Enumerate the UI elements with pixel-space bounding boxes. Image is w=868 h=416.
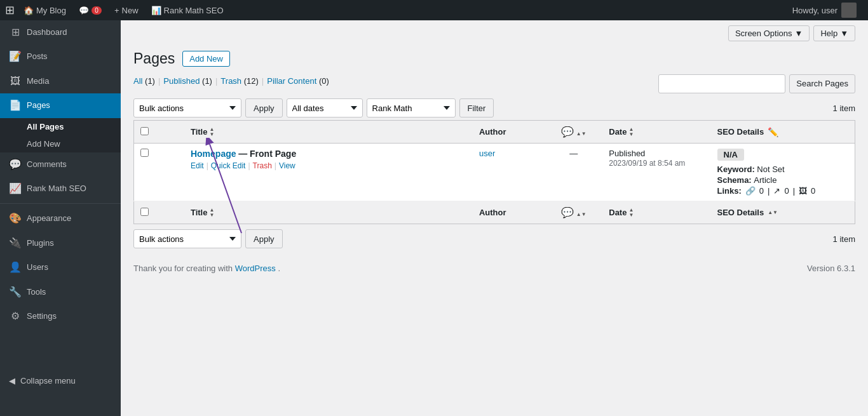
bulk-actions-select-bottom[interactable]: Bulk actions [133,229,241,248]
screen-options-button[interactable]: Screen Options ▼ [728,25,810,41]
footer-version: Version 6.3.1 [807,264,855,273]
page-title-suffix: — Front Page [238,149,296,159]
apply-button-top[interactable]: Apply [245,98,283,117]
seo-sort-link-footer[interactable]: SEO Details [717,208,764,217]
quick-edit-link[interactable]: Quick Edit [211,161,246,170]
plugins-icon: 🔌 [9,236,22,250]
edit-link[interactable]: Edit [191,161,204,170]
seo-keyword-value: Not Set [757,164,784,174]
users-icon: 👤 [9,260,22,274]
filter-all-link[interactable]: All (1) [133,76,155,86]
sidebar-item-media[interactable]: 🖼 Media [0,69,121,93]
comments-dash: — [569,149,578,158]
select-all-checkbox[interactable] [140,127,149,135]
external-link-count: 0 [784,186,789,196]
wp-logo-icon[interactable]: ⊞ [5,3,15,17]
sidebar-item-rankmath[interactable]: 📈 Rank Math SEO [0,177,121,201]
apply-button-bottom[interactable]: Apply [245,229,283,248]
col-author-header: Author [473,121,545,144]
title-sort-arrows-footer: ▲▼ [209,208,214,218]
rankmath-seo-icon: 📈 [9,182,22,196]
bulk-actions-select-top[interactable]: Bulk actions [133,98,241,117]
adminbar-new[interactable]: + New [108,0,145,20]
seo-sort-link[interactable]: SEO Details [717,127,764,137]
adminbar-comments[interactable]: 💬 0 [72,0,108,20]
seo-sort-arrows-footer: ▲▼ [768,210,778,215]
comments-sort-arrows-footer: ▲▼ [576,212,587,217]
help-button[interactable]: Help ▼ [813,25,855,41]
search-pages-button[interactable]: Search Pages [789,74,855,93]
filter-pillar-link[interactable]: Pillar Content (0) [267,76,329,86]
page-title-link[interactable]: Homepage [191,149,236,159]
dates-select[interactable]: All dates [287,98,363,117]
table-header-row: Title ▲▼ Author 💬 ▲▼ Date ▲▼ [134,121,855,144]
wordpress-link[interactable]: WordPress [235,264,276,273]
sidebar-item-settings[interactable]: ⚙ Settings [0,304,121,328]
dashboard-icon: ⊞ [9,25,22,39]
seo-keyword-row: Keyword: Not Set [717,164,849,174]
trash-link[interactable]: Trash [253,161,272,170]
filter-trash-link[interactable]: Trash (12) [220,76,258,86]
sidebar-item-comments[interactable]: 💬 Comments [0,152,121,177]
view-link[interactable]: View [279,161,295,170]
add-new-button[interactable]: Add New [182,51,230,67]
title-sort-link[interactable]: Title ▲▼ [191,127,214,137]
seo-schema-value: Article [754,175,776,185]
pages-submenu: All Pages Add New [0,118,121,152]
seo-header-area: SEO Details ✏️ [717,127,849,137]
sidebar-item-users[interactable]: 👤 Users [0,255,121,279]
row-checkbox-cell [134,144,184,201]
seo-edit-icon[interactable]: ✏️ [768,127,778,137]
date-value: 2023/09/19 at 8:54 am [609,159,685,168]
image-link-count: 0 [811,186,815,196]
adminbar-user[interactable]: Howdy, user [786,3,863,18]
pages-icon: 📄 [9,98,22,112]
footer-credit: Thank you for creating with WordPress . [133,264,280,273]
tablenav-bottom: Bulk actions Apply 1 item [133,224,855,251]
all-count: (1) [145,76,155,86]
date-sort-arrows-footer: ▲▼ [628,208,634,218]
adminbar-rankmath[interactable]: 📊 Rank Math SEO [145,0,230,20]
date-sort-link[interactable]: Date ▲▼ [609,127,634,137]
submenu-add-new[interactable]: Add New [0,135,121,152]
col-checkbox [134,121,184,144]
adminbar-myblog[interactable]: 🏠 My Blog [17,0,72,20]
sidebar-item-pages[interactable]: 📄 Pages [0,93,121,117]
date-sort-link-footer[interactable]: Date ▲▼ [609,208,634,218]
home-icon: 🏠 [24,6,34,15]
sidebar-item-appearance[interactable]: 🎨 Appearance [0,206,121,231]
row-date-cell: Published 2023/09/19 at 8:54 am [602,144,710,201]
collapse-menu-button[interactable]: ◀ Collapse menu [0,371,121,391]
row-checkbox[interactable] [140,149,149,157]
foot-comments-col: 💬 ▲▼ [545,201,602,224]
tablenav-top-right: 1 item [833,104,855,113]
row-comments-cell: — [545,144,602,201]
sidebar-item-plugins[interactable]: 🔌 Plugins [0,231,121,255]
pages-table: Title ▲▼ Author 💬 ▲▼ Date ▲▼ [133,120,855,224]
comments-icon: 💬 [9,158,22,171]
foot-date-col: Date ▲▼ [602,201,710,224]
internal-link-count: 0 [759,186,764,196]
submenu-all-pages[interactable]: All Pages [0,118,121,135]
admin-bar: ⊞ 🏠 My Blog 💬 0 + New 📊 Rank Math SEO Ho… [0,0,868,20]
filter-links: All (1) | Published (1) | Trash (12) | P… [133,74,329,93]
filter-button[interactable]: Filter [459,98,494,117]
sidebar-item-posts[interactable]: 📝 Posts [0,44,121,69]
search-input[interactable] [658,74,785,93]
page-title: Pages [133,50,175,67]
seo-score-badge: N/A [717,149,744,161]
sidebar-item-tools[interactable]: 🔧 Tools [0,280,121,304]
author-link[interactable]: user [479,149,495,158]
seo-footer-header: SEO Details ▲▼ [717,208,849,217]
title-sort-link-footer[interactable]: Title ▲▼ [191,208,214,218]
appearance-icon: 🎨 [9,211,22,225]
foot-author-col: Author [473,201,545,224]
sidebar-item-dashboard[interactable]: ⊞ Dashboard [0,20,121,44]
chevron-down-icon: ▼ [795,29,803,38]
rankmath-select[interactable]: Rank Math [367,98,456,117]
wp-footer: Thank you for creating with WordPress . … [133,251,855,278]
published-count: (1) [202,76,212,86]
tablenav-top-left: Bulk actions Apply All dates Rank Math F… [133,98,494,117]
filter-published-link[interactable]: Published (1) [163,76,212,86]
select-all-footer-checkbox[interactable] [140,208,149,216]
